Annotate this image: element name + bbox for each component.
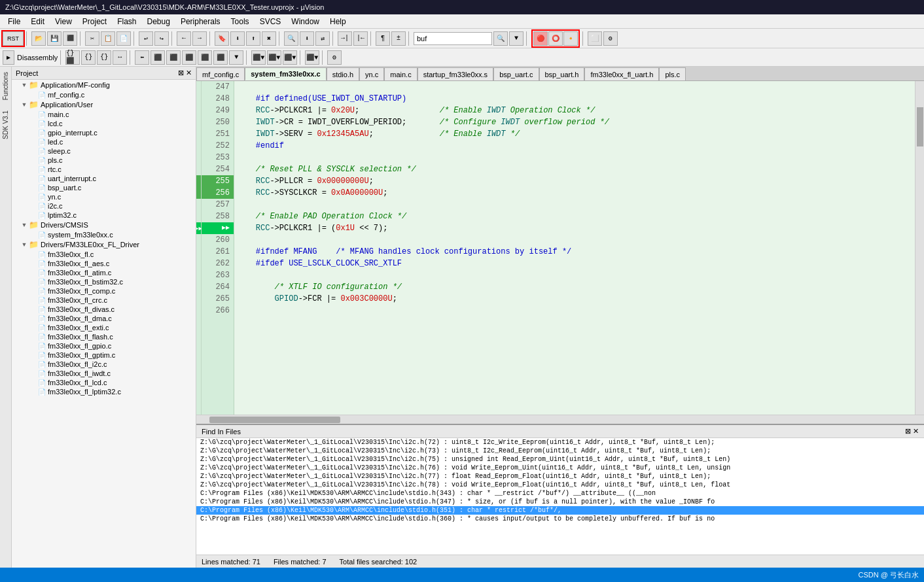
menu-item-flash[interactable]: Flash: [112, 16, 141, 27]
t2-btn12[interactable]: ⬛▼: [251, 50, 266, 65]
t2-btn13[interactable]: ⬛▼: [267, 50, 281, 65]
search-opts[interactable]: ▼: [509, 31, 524, 46]
tree-file[interactable]: 📄fm33le0xx_fl_crc.c: [12, 296, 196, 305]
tree-file[interactable]: 📄fm33le0xx_fl_dma.c: [12, 314, 196, 323]
t2-btn15[interactable]: ⬛▼: [305, 50, 319, 65]
tree-file[interactable]: 📄fm33le0xx_fl_flash.c: [12, 332, 196, 341]
menu-item-view[interactable]: View: [50, 16, 77, 27]
tab-system-fm33le0xx-c[interactable]: system_fm33le0xx.c: [245, 67, 326, 80]
t2-btn8[interactable]: ⬛: [182, 50, 196, 65]
tree-file[interactable]: 📄bsp_uart.c: [12, 183, 196, 192]
tree-file[interactable]: 📄fm33le0xx_fl_gpio.c: [12, 341, 196, 351]
tree-file[interactable]: 📄lptim32.c: [12, 211, 196, 220]
tree-file[interactable]: 📄fm33le0xx_fl_gptim.c: [12, 351, 196, 360]
tab-main-c[interactable]: main.c: [384, 67, 417, 80]
tree-folder[interactable]: ▼📁Application/MF-config: [12, 80, 196, 90]
tree-file[interactable]: 📄fm33le0xx_fl_lptim32.c: [12, 387, 196, 396]
t2-btn11[interactable]: ▼: [229, 50, 243, 65]
menu-item-help[interactable]: Help: [325, 16, 351, 27]
t2-btn7[interactable]: ⬛: [166, 50, 181, 65]
h-scroll-thumb[interactable]: [209, 417, 340, 423]
rst-button[interactable]: RST: [3, 31, 24, 46]
tree-folder[interactable]: ▼📁Drivers/FM33LE0xx_FL_Driver: [12, 239, 196, 250]
tree-file[interactable]: 📄fm33le0xx_fl.c: [12, 250, 196, 259]
cut-button[interactable]: ✂: [85, 31, 99, 46]
tree-folder[interactable]: ▼📁Drivers/CMSIS: [12, 220, 196, 230]
find-result-item[interactable]: Z:\G\zcq\project\WaterMeter\_1_GitLocal\…: [196, 447, 924, 455]
find-result-item[interactable]: Z:\G\zcq\project\WaterMeter\_1_GitLocal\…: [196, 472, 924, 481]
tree-file[interactable]: 📄fm33le0xx_fl_exti.c: [12, 323, 196, 332]
format-button[interactable]: ¶: [376, 31, 390, 46]
t2-btn6[interactable]: ⬛: [151, 50, 165, 65]
tree-folder[interactable]: ▼📁Application/User: [12, 99, 196, 110]
find-result-item[interactable]: C:\Program Files (x86)\Keil\MDK530\ARM\A…: [196, 498, 924, 506]
search-submit[interactable]: 🔍: [493, 31, 508, 46]
tree-file[interactable]: 📄i2c.c: [12, 201, 196, 211]
t2-btn2[interactable]: {}: [81, 50, 96, 65]
debug-btn3[interactable]: 🔸: [563, 31, 578, 46]
tab-pls-c[interactable]: pls.c: [659, 67, 686, 80]
undo-button[interactable]: ↩: [139, 31, 153, 46]
project-tree[interactable]: ▼📁Application/MF-config 📄mf_config.c▼📁Ap…: [12, 80, 196, 568]
t2-btn9[interactable]: ⬛: [198, 50, 212, 65]
tree-file[interactable]: 📄mf_config.c: [12, 90, 196, 99]
tree-file[interactable]: 📄lcd.c: [12, 119, 196, 128]
tree-file[interactable]: 📄pls.c: [12, 156, 196, 165]
tab-yn-c[interactable]: yn.c: [359, 67, 384, 80]
search-input[interactable]: buf: [414, 32, 492, 45]
find-result-item[interactable]: Z:\G\zcq\project\WaterMeter\_1_GitLocal\…: [196, 464, 924, 472]
tree-file[interactable]: 📄fm33le0xx_fl_iwdt.c: [12, 369, 196, 378]
bookmark-prev[interactable]: ⬆: [246, 31, 260, 46]
tree-file[interactable]: 📄uart_interrupt.c: [12, 174, 196, 183]
bookmark-button[interactable]: 🔖: [215, 31, 229, 46]
tab-bsp-uart-h[interactable]: bsp_uart.h: [539, 67, 585, 80]
t2-btn3[interactable]: {}: [97, 50, 111, 65]
tree-file[interactable]: 📄fm33le0xx_fl_lcd.c: [12, 378, 196, 387]
bookmark-next[interactable]: ⬇: [230, 31, 245, 46]
unindent-button[interactable]: |←: [353, 31, 368, 46]
tree-file[interactable]: 📄fm33le0xx_fl_atim.c: [12, 268, 196, 277]
tree-file[interactable]: 📄system_fm33le0xx.c: [12, 230, 196, 239]
h-scrollbar[interactable]: [196, 415, 924, 424]
find-result-item[interactable]: C:\Program Files (x86)\Keil\MDK530\ARM\A…: [196, 506, 924, 515]
copy-button[interactable]: 📋: [101, 31, 115, 46]
t2-btn4[interactable]: ↔: [113, 50, 127, 65]
tab-fm33le0xx-fl-uart-h[interactable]: fm33le0xx_fl_uart.h: [584, 67, 659, 80]
find-result-item[interactable]: Z:\G\zcq\project\WaterMeter\_1_GitLocal\…: [196, 455, 924, 464]
t2-btn16[interactable]: ⚙: [327, 50, 342, 65]
tree-file[interactable]: 📄yn.c: [12, 192, 196, 201]
find-next[interactable]: ⬇: [300, 31, 314, 46]
replace-button[interactable]: ⇄: [315, 31, 330, 46]
open-button[interactable]: 📂: [31, 31, 46, 46]
tree-file[interactable]: 📄main.c: [12, 110, 196, 119]
t2-btn5[interactable]: ⬅: [135, 50, 149, 65]
tree-file[interactable]: 📄fm33le0xx_fl_bstim32.c: [12, 277, 196, 286]
find-results-list[interactable]: Z:\G\zcq\project\WaterMeter\_1_GitLocal\…: [196, 438, 924, 555]
navigate-back[interactable]: ←: [177, 31, 191, 46]
debug-btn2[interactable]: ⭕: [548, 31, 563, 46]
menu-item-debug[interactable]: Debug: [142, 16, 175, 27]
find-result-item[interactable]: C:\Program Files (x86)\Keil\MDK530\ARM\A…: [196, 515, 924, 523]
tab-stdio-h[interactable]: stdio.h: [327, 67, 359, 80]
t2-btn1[interactable]: {}⬛: [65, 50, 80, 65]
save-button[interactable]: 💾: [47, 31, 62, 46]
tree-file[interactable]: 📄led.c: [12, 137, 196, 146]
menu-item-peripherals[interactable]: Peripherals: [175, 16, 226, 27]
redo-button[interactable]: ↪: [154, 31, 169, 46]
tab-bsp-uart-c[interactable]: bsp_uart.c: [493, 67, 539, 80]
toggle-button[interactable]: ±: [391, 31, 406, 46]
tab-mf-config-c[interactable]: mf_config.c: [196, 67, 245, 80]
tree-file[interactable]: 📄fm33le0xx_fl_comp.c: [12, 286, 196, 296]
menu-item-svcs[interactable]: SVCS: [255, 16, 287, 27]
debug-btn1[interactable]: 🔴: [533, 31, 548, 46]
find-result-item[interactable]: Z:\G\zcq\project\WaterMeter\_1_GitLocal\…: [196, 481, 924, 489]
paste-button[interactable]: 📄: [116, 31, 131, 46]
dissembly-toggle[interactable]: ▶: [3, 50, 14, 65]
t2-btn14[interactable]: ⬛▼: [283, 50, 297, 65]
tree-file[interactable]: 📄rtc.c: [12, 165, 196, 174]
save-all-button[interactable]: ⬛: [63, 31, 77, 46]
tree-file[interactable]: 📄fm33le0xx_fl_i2c.c: [12, 360, 196, 369]
find-result-item[interactable]: C:\Program Files (x86)\Keil\MDK530\ARM\A…: [196, 489, 924, 498]
menu-item-tools[interactable]: Tools: [226, 16, 255, 27]
scroll-thumb[interactable]: [917, 107, 923, 146]
